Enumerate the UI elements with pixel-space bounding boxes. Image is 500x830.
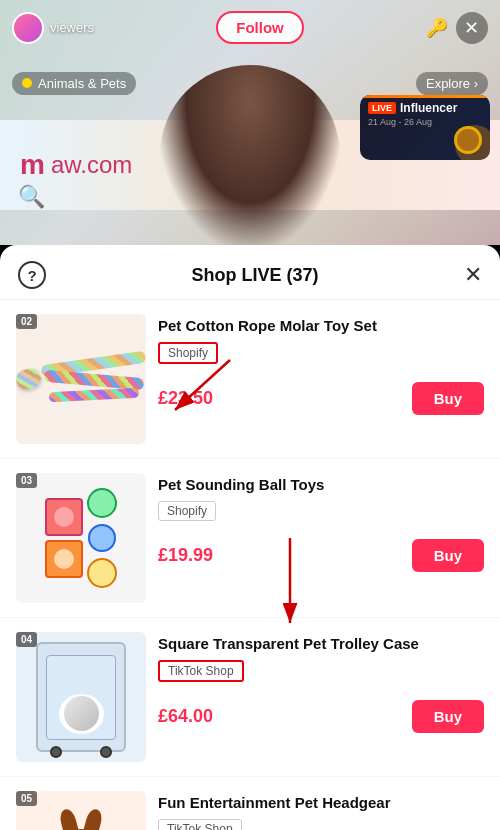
influencer-label: Influencer: [400, 101, 457, 115]
product-number: 05: [16, 791, 37, 806]
help-icon[interactable]: ?: [18, 261, 46, 289]
product-image-wrap: 04: [16, 632, 146, 762]
product-price: £64.00: [158, 706, 213, 727]
product-store: Shopify: [158, 342, 218, 364]
table-row: 02 Pet Cotton Rope Molar Toy Set Shopify…: [0, 300, 500, 459]
product-image: [16, 632, 146, 762]
product-info: Fun Entertainment Pet Headgear TikTok Sh…: [158, 791, 484, 830]
store-url: aw.com: [51, 151, 132, 179]
top-bar: viewers Follow 🔑 ✕: [0, 0, 500, 55]
product-image-wrap: 02: [16, 314, 146, 444]
product-number: 03: [16, 473, 37, 488]
product-info: Square Transparent Pet Trolley Case TikT…: [158, 632, 484, 733]
product-number: 02: [16, 314, 37, 329]
close-live-button[interactable]: ✕: [456, 12, 488, 44]
product-store: TikTok Shop: [158, 660, 244, 682]
explore-button[interactable]: Explore ›: [416, 72, 488, 95]
product-image-wrap: 03: [16, 473, 146, 603]
shop-header: ? Shop LIVE (37) ✕: [0, 245, 500, 300]
product-number: 04: [16, 632, 37, 647]
product-info: Pet Sounding Ball Toys Shopify £19.99 Bu…: [158, 473, 484, 572]
category-label: Animals & Pets: [38, 76, 126, 91]
viewers-section: viewers: [12, 12, 94, 44]
product-store: Shopify: [158, 501, 216, 521]
follow-button[interactable]: Follow: [216, 11, 304, 44]
product-name: Fun Entertainment Pet Headgear: [158, 793, 484, 813]
table-row: 03: [0, 459, 500, 618]
search-icon[interactable]: 🔍: [18, 184, 45, 210]
category-tag[interactable]: Animals & Pets: [12, 72, 136, 95]
table-row: 05: [0, 777, 500, 830]
viewers-text: viewers: [50, 20, 94, 35]
close-shop-button[interactable]: ✕: [464, 262, 482, 288]
category-dot: [22, 78, 32, 88]
price-row: £23.50 Buy: [158, 382, 484, 415]
product-list: 02 Pet Cotton Rope Molar Toy Set Shopify…: [0, 300, 500, 830]
product-name: Pet Sounding Ball Toys: [158, 475, 484, 495]
table-row: 04 Square Transparent Pet Tr: [0, 618, 500, 777]
product-info: Pet Cotton Rope Molar Toy Set Shopify £2…: [158, 314, 484, 415]
shop-panel: ? Shop LIVE (37) ✕ 02 Pet Cotton Rope Mo…: [0, 245, 500, 830]
product-image: [16, 473, 146, 603]
buy-button[interactable]: Buy: [412, 382, 484, 415]
product-price: £19.99: [158, 545, 213, 566]
product-name: Square Transparent Pet Trolley Case: [158, 634, 484, 654]
price-row: £64.00 Buy: [158, 700, 484, 733]
product-image: [16, 314, 146, 444]
store-logo: m: [20, 149, 47, 181]
shop-title: Shop LIVE (37): [191, 265, 318, 286]
key-icon: 🔑: [426, 17, 448, 39]
buy-button[interactable]: Buy: [412, 539, 484, 572]
product-price: £23.50: [158, 388, 213, 409]
product-image-wrap: 05: [16, 791, 146, 830]
live-badge: LIVE: [368, 102, 396, 114]
price-row: £19.99 Buy: [158, 539, 484, 572]
product-name: Pet Cotton Rope Molar Toy Set: [158, 316, 484, 336]
live-influencer-banner: LIVE Influencer 21 Aug - 26 Aug: [360, 95, 490, 160]
buy-button[interactable]: Buy: [412, 700, 484, 733]
product-store: TikTok Shop: [158, 819, 242, 831]
avatar: [12, 12, 44, 44]
